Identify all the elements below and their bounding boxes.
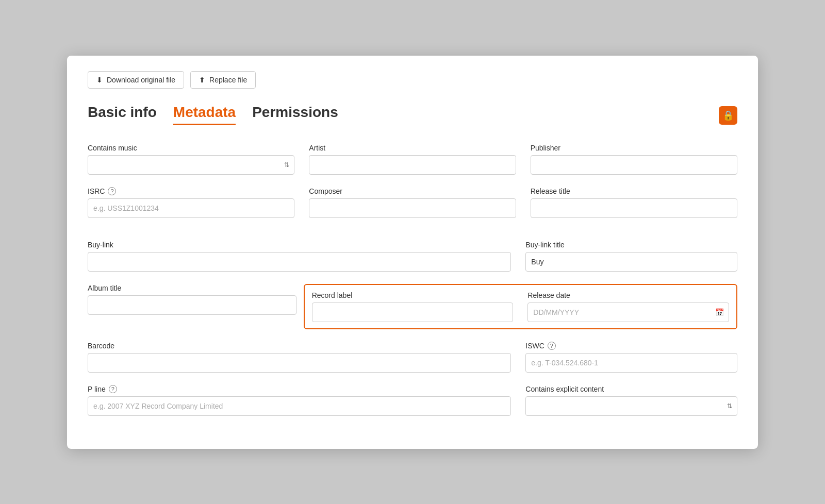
p-line-help-icon[interactable]: ?	[109, 385, 117, 393]
barcode-group: Barcode	[88, 342, 511, 373]
artist-group: Artist	[309, 144, 516, 175]
album-title-group: Album title	[88, 284, 296, 329]
contains-explicit-group: Contains explicit content Yes No	[525, 385, 737, 416]
release-title-group: Release title	[531, 187, 737, 218]
iswc-input[interactable]	[525, 353, 737, 373]
tab-basic-info[interactable]: Basic info	[88, 104, 157, 125]
buy-link-input[interactable]	[88, 252, 511, 272]
buy-link-title-input[interactable]	[525, 252, 737, 272]
tab-metadata[interactable]: Metadata	[173, 104, 236, 125]
isrc-help-icon[interactable]: ?	[108, 187, 116, 195]
barcode-label: Barcode	[88, 342, 511, 350]
artist-label: Artist	[309, 144, 516, 152]
isrc-input[interactable]	[88, 198, 294, 218]
p-line-input[interactable]	[88, 396, 511, 416]
publisher-label: Publisher	[531, 144, 737, 152]
top-buttons-bar: ⬇ Download original file ⬆ Replace file	[88, 71, 737, 89]
p-line-label: P line ?	[88, 385, 511, 393]
metadata-form: Contains music Yes No Artist Publisher	[88, 144, 737, 416]
modal-container: ⬇ Download original file ⬆ Replace file …	[67, 56, 758, 449]
tabs-bar: Basic info Metadata Permissions 🔒	[88, 104, 737, 125]
lock-icon[interactable]: 🔒	[719, 106, 737, 125]
replace-file-button[interactable]: ⬆ Replace file	[190, 71, 256, 89]
contains-explicit-label: Contains explicit content	[525, 385, 737, 393]
p-line-group: P line ?	[88, 385, 511, 416]
buy-link-title-label: Buy-link title	[525, 241, 737, 249]
contains-music-select[interactable]: Yes No	[88, 155, 294, 175]
album-title-input[interactable]	[88, 295, 296, 315]
composer-group: Composer	[309, 187, 516, 218]
buy-link-group: Buy-link	[88, 241, 511, 272]
form-row-6: P line ? Contains explicit content Yes N…	[88, 385, 737, 416]
release-date-group: Release date 📅	[527, 291, 729, 322]
release-date-label: Release date	[527, 291, 729, 299]
download-original-button[interactable]: ⬇ Download original file	[88, 71, 184, 89]
isrc-label: ISRC ?	[88, 187, 294, 195]
contains-music-select-wrapper: Yes No	[88, 155, 294, 175]
record-label-input[interactable]	[312, 303, 514, 322]
upload-icon: ⬆	[199, 76, 205, 84]
form-row-5: Barcode ISWC ?	[88, 342, 737, 373]
iswc-group: ISWC ?	[525, 342, 737, 373]
form-row-1: Contains music Yes No Artist Publisher	[88, 144, 737, 175]
contains-explicit-select[interactable]: Yes No	[525, 396, 737, 416]
record-label-group: Record label	[312, 291, 514, 322]
composer-input[interactable]	[309, 198, 516, 218]
download-icon: ⬇	[96, 76, 103, 84]
contains-music-label: Contains music	[88, 144, 294, 152]
album-title-label: Album title	[88, 284, 296, 292]
publisher-input[interactable]	[531, 155, 737, 175]
release-title-label: Release title	[531, 187, 737, 195]
publisher-group: Publisher	[531, 144, 737, 175]
release-date-input[interactable]	[527, 303, 729, 322]
iswc-label: ISWC ?	[525, 342, 737, 350]
artist-input[interactable]	[309, 155, 516, 175]
release-date-wrapper: 📅	[527, 303, 729, 322]
form-row-3: Buy-link Buy-link title	[88, 241, 737, 272]
composer-label: Composer	[309, 187, 516, 195]
iswc-help-icon[interactable]: ?	[548, 342, 556, 350]
contains-explicit-select-wrapper: Yes No	[525, 396, 737, 416]
barcode-input[interactable]	[88, 353, 511, 373]
record-label-label: Record label	[312, 291, 514, 299]
form-row-2: ISRC ? Composer Release title	[88, 187, 737, 218]
form-row-4: Album title Record label Release date 📅	[88, 284, 737, 329]
isrc-group: ISRC ?	[88, 187, 294, 218]
release-title-input[interactable]	[531, 198, 737, 218]
highlight-box: Record label Release date 📅	[304, 284, 737, 329]
contains-music-group: Contains music Yes No	[88, 144, 294, 175]
buy-link-title-group: Buy-link title	[525, 241, 737, 272]
tab-permissions[interactable]: Permissions	[252, 104, 338, 125]
buy-link-label: Buy-link	[88, 241, 511, 249]
